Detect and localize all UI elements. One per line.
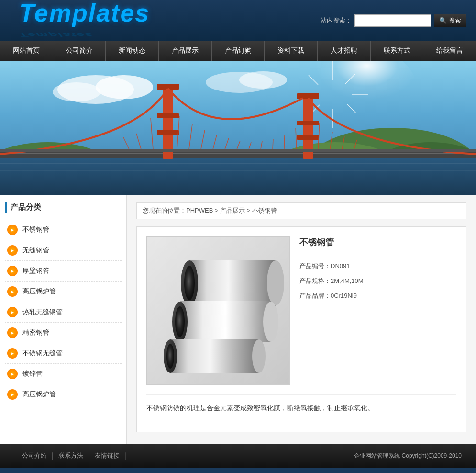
sidebar-item-7[interactable]: 镀锌管 <box>5 364 122 384</box>
sidebar-item-8[interactable]: 高压锅炉管 <box>5 384 122 405</box>
search-icon: 🔍 <box>439 17 447 24</box>
svg-point-58 <box>263 302 278 342</box>
svg-line-43 <box>273 139 273 149</box>
nav-item-message[interactable]: 给我留言 <box>423 41 476 61</box>
product-info-1: 产品规格：2M,4M,10M <box>299 276 456 286</box>
svg-rect-19 <box>0 157 476 195</box>
nav-item-about[interactable]: 公司简介 <box>53 41 106 61</box>
footer-link-2[interactable]: 友情链接 <box>91 451 123 460</box>
svg-line-44 <box>284 135 285 149</box>
search-button[interactable]: 🔍 搜索 <box>434 14 466 27</box>
sidebar-item-3[interactable]: 高压锅炉管 <box>5 282 122 302</box>
sidebar-item-1[interactable]: 无缝钢管 <box>5 240 122 261</box>
nav-item-news[interactable]: 新闻动态 <box>106 41 159 61</box>
sidebar-title-text: 产品分类 <box>11 203 41 213</box>
sidebar-item-label-7: 镀锌管 <box>22 370 43 378</box>
arrow-icon-1 <box>7 245 18 256</box>
search-input[interactable] <box>354 14 431 27</box>
nav-item-download[interactable]: 资料下载 <box>265 41 318 61</box>
svg-rect-51 <box>189 260 276 306</box>
svg-point-61 <box>166 344 174 369</box>
sidebar-item-label-5: 精密钢管 <box>22 328 49 337</box>
svg-rect-55 <box>180 301 271 342</box>
svg-point-54 <box>267 260 284 305</box>
product-title: 不锈钢管 <box>299 236 456 254</box>
sidebar-item-0[interactable]: 不锈钢管 <box>5 220 122 240</box>
nav-item-home[interactable]: 网站首页 <box>0 41 53 61</box>
footer-sep-1: │ <box>51 452 55 460</box>
nav-item-products[interactable]: 产品展示 <box>159 41 212 61</box>
sidebar-item-4[interactable]: 热轧无缝钢管 <box>5 302 122 323</box>
footer: │ 公司介绍 │ 联系方法 │ 友情链接 │ 企业网站管理系统 Copyrigh… <box>0 444 476 468</box>
sidebar-item-5[interactable]: 精密钢管 <box>5 323 122 343</box>
footer-copyright: 企业网站管理系统 Copyright(C)2009-2010 <box>354 452 462 460</box>
nav-item-order[interactable]: 产品订购 <box>212 41 265 61</box>
svg-point-12 <box>53 82 100 101</box>
logo-reflection: Templates <box>19 32 151 38</box>
sidebar-item-label-3: 高压锅炉管 <box>22 287 56 296</box>
nav-item-contact[interactable]: 联系方式 <box>371 41 424 61</box>
svg-rect-31 <box>297 135 319 140</box>
nav: 网站首页 公司简介 新闻动态 产品展示 产品订购 资料下载 人才招聘 联系方式 … <box>0 41 476 61</box>
search-label: 站内搜索： <box>321 16 352 25</box>
sidebar-title: 产品分类 <box>5 202 122 213</box>
svg-point-57 <box>175 306 185 337</box>
svg-point-62 <box>252 339 266 373</box>
svg-rect-26 <box>157 113 179 118</box>
search-area: 站内搜索： 🔍 搜索 <box>321 14 466 27</box>
svg-point-53 <box>184 266 195 300</box>
arrow-icon-7 <box>7 369 18 379</box>
sidebar-item-label-8: 高压锅炉管 <box>22 390 56 399</box>
footer-sep-end: │ <box>123 452 127 460</box>
arrow-icon-5 <box>7 327 18 338</box>
svg-rect-27 <box>157 130 179 135</box>
svg-rect-24 <box>163 85 173 159</box>
footer-link-0[interactable]: 公司介绍 <box>18 451 51 460</box>
svg-rect-50 <box>0 149 476 152</box>
sidebar-item-label-6: 不锈钢无缝管 <box>22 349 63 358</box>
footer-sep-start: │ <box>14 452 18 460</box>
sidebar: 产品分类 不锈钢管 无缝钢管 厚壁钢管 高压锅炉管 热轧无缝钢管 精密钢管 <box>0 195 127 444</box>
product-layout: 不锈钢管 产品编号：DN091 产品规格：2M,4M,10M 产品品牌：0Cr1… <box>146 236 456 385</box>
product-description: 不锈钢防锈的机理是合金元素变成致密氧化膜，断绝氧接触，制止继承氧化。 <box>146 394 456 414</box>
footer-link-1[interactable]: 联系方法 <box>55 451 87 460</box>
arrow-icon-0 <box>7 225 18 235</box>
product-details: 不锈钢管 产品编号：DN091 产品规格：2M,4M,10M 产品品牌：0Cr1… <box>299 236 456 385</box>
arrow-icon-6 <box>7 348 18 359</box>
content-wrapper: 产品分类 不锈钢管 无缝钢管 厚壁钢管 高压锅炉管 热轧无缝钢管 精密钢管 <box>0 195 476 444</box>
sidebar-item-label-1: 无缝钢管 <box>22 246 49 255</box>
breadcrumb: 您现在的位置：PHPWEB > 产品展示 > 不锈钢管 <box>136 202 466 219</box>
footer-links: │ 公司介绍 │ 联系方法 │ 友情链接 │ <box>14 451 128 460</box>
sidebar-item-label-4: 热轧无缝钢管 <box>22 308 63 316</box>
nav-item-recruit[interactable]: 人才招聘 <box>318 41 371 61</box>
logo-wrapper: Templates Templates <box>19 0 150 43</box>
hero-banner <box>0 61 476 195</box>
arrow-icon-2 <box>7 266 18 276</box>
header: Templates Templates 站内搜索： 🔍 搜索 <box>0 0 476 41</box>
sidebar-item-label-2: 厚壁钢管 <box>22 267 49 275</box>
arrow-icon-3 <box>7 286 18 297</box>
sidebar-item-2[interactable]: 厚壁钢管 <box>5 261 122 282</box>
svg-point-14 <box>239 71 287 89</box>
sidebar-title-bar <box>5 202 7 213</box>
main-content: 您现在的位置：PHPWEB > 产品展示 > 不锈钢管 <box>127 195 476 444</box>
product-area: 不锈钢管 产品编号：DN091 产品规格：2M,4M,10M 产品品牌：0Cr1… <box>136 226 466 432</box>
product-info-2: 产品品牌：0Cr19Ni9 <box>299 291 456 301</box>
arrow-icon-8 <box>7 389 18 400</box>
footer-sep-2: │ <box>87 452 91 460</box>
logo: Templates <box>19 0 150 27</box>
sidebar-item-label-0: 不锈钢管 <box>22 225 49 234</box>
product-info-0: 产品编号：DN091 <box>299 261 456 271</box>
product-image <box>146 236 290 385</box>
sidebar-item-6[interactable]: 不锈钢无缝管 <box>5 343 122 364</box>
svg-point-11 <box>96 75 153 99</box>
arrow-icon-4 <box>7 307 18 317</box>
svg-rect-59 <box>170 339 259 373</box>
svg-rect-30 <box>297 121 319 125</box>
